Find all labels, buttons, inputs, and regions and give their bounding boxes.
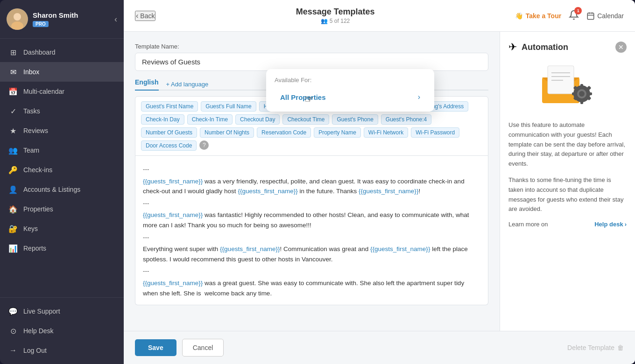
calendar-label: Calendar [597, 12, 624, 20]
notifications-button[interactable]: 1 [569, 10, 579, 22]
header-right: 👋 Take a Tour 1 Calendar [515, 10, 624, 22]
user-info: Sharon Smith PRO [33, 11, 114, 28]
automation-illustration [508, 63, 627, 110]
properties-icon: 🏠 [8, 204, 18, 214]
back-label: Back [140, 12, 155, 20]
help-desk-icon: ⊙ [8, 326, 18, 336]
sidebar-item-multi-calendar[interactable]: 📅 Multi-calendar [0, 82, 124, 101]
template-body[interactable]: --- {{guests_first_name}} was a very fri… [135, 156, 488, 305]
dropdown-label: Available For: [275, 77, 426, 84]
dashboard-icon: ⊞ [8, 48, 18, 57]
inbox-icon: ✉ [8, 67, 18, 77]
separator-2: --- [143, 198, 480, 209]
svg-rect-3 [587, 13, 594, 20]
tab-english[interactable]: English [135, 78, 159, 91]
keys-icon: 🔐 [8, 224, 18, 233]
template-name-label: Template Name: [135, 43, 488, 50]
template-name-section: Template Name: [135, 43, 488, 71]
sidebar-item-tasks[interactable]: ✓ Tasks [0, 101, 124, 121]
sidebar-item-live-support[interactable]: 💬 Live Support [0, 301, 124, 321]
var-6: {{guests_first_name}} [370, 245, 430, 252]
tag-number-of-nights[interactable]: Number Of Nights [200, 127, 254, 138]
body-paragraph-4: {{guests_first_name}} was a great guest.… [143, 278, 480, 298]
user-name: Sharon Smith [33, 11, 114, 19]
sidebar-item-keys[interactable]: 🔐 Keys [0, 219, 124, 238]
tag-wifi-network[interactable]: Wi-Fi Network [364, 127, 408, 138]
sidebar-item-help-desk[interactable]: ⊙ Help Desk [0, 321, 124, 341]
header-subtitle: 👥 5 of 122 [155, 18, 515, 24]
accounts-icon: 👤 [8, 185, 18, 194]
sidebar-item-label: Reports [23, 245, 46, 252]
tag-guests-full-name[interactable]: Guest's Full Name [201, 101, 256, 112]
back-button[interactable]: ‹ Back [135, 11, 155, 21]
tag-reservation-code[interactable]: Reservation Code [257, 127, 311, 138]
separator-4: --- [143, 266, 480, 276]
dropdown-all-properties-item[interactable]: All Properties › [275, 88, 426, 106]
automation-title-row: ✈ Automation [508, 41, 568, 53]
tag-guests-phone4[interactable]: Guest's Phone:4 [381, 114, 431, 125]
automation-description-1: Use this feature to automate communicati… [508, 120, 627, 169]
var-1: {{guests_first_name}} [143, 178, 203, 185]
tag-door-access-code[interactable]: Door Access Code [141, 140, 197, 151]
logout-icon: → [8, 346, 18, 355]
sidebar-item-properties[interactable]: 🏠 Properties [0, 199, 124, 219]
sidebar-item-log-out[interactable]: → Log Out [0, 341, 124, 360]
sidebar-item-label: Help Desk [23, 327, 54, 335]
header: ‹ Back Message Templates 👥 5 of 122 👋 Ta… [124, 0, 635, 32]
tag-guests-phone[interactable]: Guest's Phone [332, 114, 378, 125]
footer-actions: Save Cancel Delete Template 🗑 [124, 331, 635, 364]
tag-check-in-time[interactable]: Check-In Time [187, 114, 233, 125]
body-paragraph-1: {{guests_first_name}} was a very friendl… [143, 176, 480, 196]
tag-wifi-password[interactable]: Wi-Fi Password [411, 127, 459, 138]
sidebar-item-accounts-listings[interactable]: 👤 Accounts & Listings [0, 180, 124, 199]
sidebar-item-label: Keys [23, 225, 38, 232]
svg-rect-17 [572, 92, 576, 95]
svg-rect-18 [588, 92, 592, 95]
help-desk-link[interactable]: Help desk › [594, 221, 627, 228]
take-a-tour-button[interactable]: 👋 Take a Tour [515, 12, 562, 20]
sidebar-item-label: Inbox [23, 68, 39, 76]
tag-number-of-guests[interactable]: Number Of Guests [141, 127, 197, 138]
sidebar: Sharon Smith PRO ‹ ⊞ Dashboard ✉ Inbox 📅… [0, 0, 124, 364]
delete-template-button[interactable]: Delete Template 🗑 [567, 344, 624, 351]
sidebar-item-reviews[interactable]: ★ Reviews [0, 121, 124, 140]
sidebar-item-label: Team [23, 147, 39, 154]
sidebar-item-team[interactable]: 👥 Team [0, 140, 124, 160]
sidebar-item-label: Live Support [23, 308, 60, 315]
tag-checkout-time[interactable]: Checkout Time [282, 114, 329, 125]
var-7: {{guests_first_name}} [143, 280, 203, 287]
header-subtitle-text: 5 of 122 [330, 18, 350, 24]
user-count-icon: 👥 [321, 18, 328, 24]
learn-more-label: Learn more on [508, 221, 548, 228]
header-center: Message Templates 👥 5 of 122 [155, 7, 515, 24]
all-properties-label: All Properties [280, 93, 326, 101]
sidebar-item-dashboard[interactable]: ⊞ Dashboard [0, 42, 124, 62]
tag-check-in-day[interactable]: Check-In Day [141, 114, 184, 125]
user-badge: PRO [33, 21, 49, 27]
var-4: {{guests_first_name}} [143, 211, 203, 218]
cancel-button[interactable]: Cancel [182, 339, 224, 357]
collapse-button[interactable]: ‹ [114, 14, 117, 24]
sidebar-item-label: Accounts & Listings [23, 186, 80, 193]
sidebar-item-reports[interactable]: 📊 Reports [0, 238, 124, 258]
var-5: {{guests_first_name}} [220, 245, 280, 252]
calendar-button[interactable]: Calendar [586, 12, 624, 20]
sidebar-header: Sharon Smith PRO ‹ [0, 0, 124, 39]
sidebar-item-check-ins[interactable]: 🔑 Check-ins [0, 160, 124, 180]
reports-icon: 📊 [8, 244, 18, 253]
sidebar-item-inbox[interactable]: ✉ Inbox [0, 62, 124, 82]
help-icon[interactable]: ? [199, 140, 209, 150]
tag-checkout-day[interactable]: Checkout Day [235, 114, 280, 125]
template-name-input[interactable] [135, 53, 488, 71]
tag-property-name[interactable]: Property Name [314, 127, 361, 138]
body-area: Template Name: English + Add language Gu… [124, 32, 635, 331]
save-button[interactable]: Save [135, 339, 176, 356]
calendar-icon: 📅 [8, 87, 18, 96]
automation-plane-icon: ✈ [508, 41, 517, 53]
tag-guests-first-name[interactable]: Guest's First Name [141, 101, 198, 112]
sidebar-item-label: Log Out [23, 347, 47, 354]
svg-point-1 [14, 13, 21, 21]
sidebar-item-label: Dashboard [23, 49, 56, 56]
automation-close-button[interactable]: ✕ [615, 42, 627, 53]
add-language-button[interactable]: + Add language [166, 81, 209, 88]
